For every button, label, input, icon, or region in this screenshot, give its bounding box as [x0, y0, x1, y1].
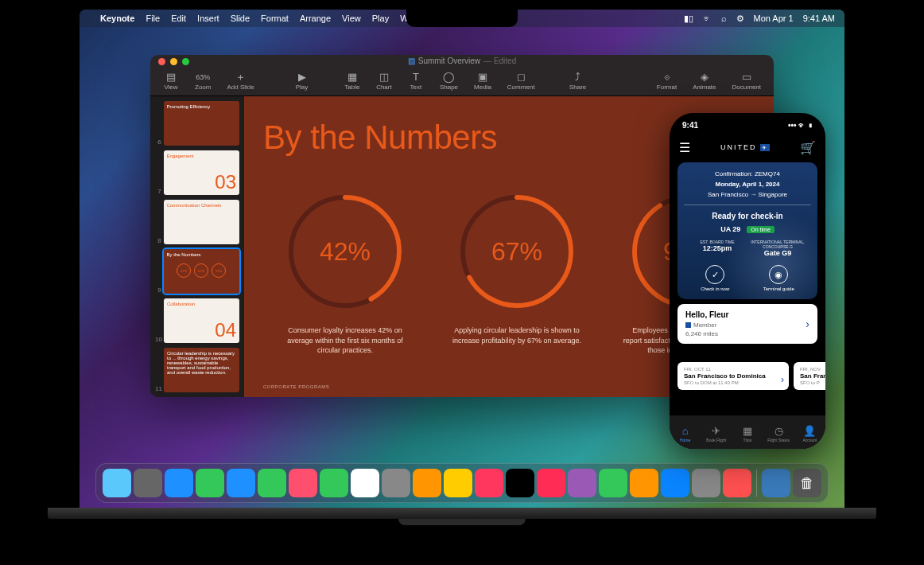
- iphone-indicators: ••• ᯤ ▮: [788, 121, 813, 130]
- fullscreen-button[interactable]: [182, 58, 189, 65]
- view-button[interactable]: ▤View: [157, 72, 185, 91]
- wifi-icon[interactable]: ᯤ: [703, 14, 712, 23]
- document-button[interactable]: ▭Document: [726, 72, 767, 91]
- control-center-icon[interactable]: ⚙: [736, 14, 744, 24]
- dock-photos[interactable]: [289, 469, 317, 497]
- terminal-guide-button[interactable]: ◉ Terminal guide: [763, 265, 794, 291]
- app-menu[interactable]: Keynote: [100, 14, 134, 23]
- media-button[interactable]: ▣Media: [468, 72, 498, 91]
- dock-pages[interactable]: [630, 469, 658, 497]
- dock-notes[interactable]: [444, 469, 472, 497]
- dock-app-store[interactable]: [661, 469, 689, 497]
- slide-thumbnail[interactable]: Promoting Efficiency: [164, 101, 239, 146]
- dock-launchpad[interactable]: [134, 469, 162, 497]
- tab-home[interactable]: ⌂Home: [670, 425, 701, 442]
- menu-slide[interactable]: Slide: [231, 14, 250, 23]
- menu-insert[interactable]: Insert: [197, 14, 219, 23]
- slide-navigator[interactable]: 6Promoting Efficiency7Engagement038Commu…: [150, 96, 244, 397]
- dock-music[interactable]: [537, 469, 565, 497]
- tab-flight-status[interactable]: ◷Flight Status: [763, 425, 794, 442]
- dock-finder[interactable]: [103, 469, 131, 497]
- united-logo: UNITED ✈: [720, 143, 770, 151]
- tab-trips[interactable]: ▦Trips: [732, 425, 763, 442]
- tab-account[interactable]: 👤Account: [794, 425, 825, 442]
- dock-numbers[interactable]: [599, 469, 627, 497]
- dock-safari[interactable]: [165, 469, 193, 497]
- hamburger-icon[interactable]: ☰: [679, 140, 690, 155]
- dock-reminders[interactable]: [413, 469, 441, 497]
- slide-thumbnail[interactable]: Collaboration04: [164, 298, 239, 343]
- dock-trash[interactable]: 🗑: [793, 469, 821, 497]
- document-status: — Edited: [483, 56, 516, 65]
- dock-podcasts[interactable]: [568, 469, 596, 497]
- minimize-button[interactable]: [170, 58, 177, 65]
- dock-iphone-mirroring[interactable]: [723, 469, 751, 497]
- status-badge: On time: [747, 226, 775, 233]
- comment-button[interactable]: ◻Comment: [501, 72, 542, 91]
- dock-mail[interactable]: [227, 469, 255, 497]
- dock-downloads[interactable]: [762, 469, 790, 497]
- flight-date: Monday, April 1, 2024: [684, 181, 811, 188]
- search-icon[interactable]: ⌕: [721, 14, 727, 23]
- menu-file[interactable]: File: [146, 14, 160, 23]
- iphone-tabbar: ⌂Home✈Book Flight▦Trips◷Flight Status👤Ac…: [670, 415, 825, 449]
- dock-messages[interactable]: [196, 469, 224, 497]
- text-button[interactable]: TText: [402, 72, 430, 91]
- iphone-mirroring-window[interactable]: 9:41 ••• ᯤ ▮ ☰ UNITED ✈ 🛒 Confirmation: …: [670, 113, 825, 449]
- window-titlebar[interactable]: ▧ Summit Overview — Edited: [150, 55, 774, 66]
- dock-facetime[interactable]: [320, 469, 348, 497]
- animate-button[interactable]: ◈Animate: [686, 72, 722, 91]
- tab-book-flight[interactable]: ✈Book Flight: [701, 425, 732, 442]
- shape-button[interactable]: ◯Shape: [433, 72, 464, 91]
- play-button[interactable]: ▶Play: [288, 72, 316, 91]
- dock-contacts[interactable]: [382, 469, 410, 497]
- trip-card[interactable]: FRI, NOVSan FranSFO to P›: [794, 362, 825, 390]
- menubar-time[interactable]: 9:41 AM: [803, 14, 835, 23]
- chart-button[interactable]: ◫Chart: [370, 72, 398, 91]
- slide-thumbnail[interactable]: By the Numbers42%67%91%: [164, 249, 239, 294]
- macos-dock: 🗑: [95, 463, 829, 503]
- close-button[interactable]: [158, 58, 165, 65]
- share-button[interactable]: ⤴Share: [563, 72, 592, 91]
- document-title: Summit Overview: [418, 56, 480, 65]
- format-button[interactable]: ⟐Format: [650, 72, 683, 91]
- trip-card[interactable]: FRI, OCT 11San Francisco to DominicaSFO …: [677, 362, 789, 390]
- slide-footer: CORPORATE PROGRAMS: [263, 384, 329, 389]
- dock-system-settings[interactable]: [692, 469, 720, 497]
- slide-thumbnail[interactable]: Circular leadership is necessary to ... …: [164, 348, 239, 392]
- battery-icon[interactable]: ▮▯: [684, 14, 693, 24]
- miles-balance: 6,246 miles: [685, 330, 809, 337]
- flight-number: UA 29: [720, 225, 740, 233]
- greeting-text: Hello, Fleur: [685, 310, 809, 319]
- stat-donut[interactable]: 67%Applying circular leadership is shown…: [451, 192, 583, 356]
- cart-icon[interactable]: 🛒: [800, 140, 816, 155]
- document-icon: ▧: [408, 56, 415, 65]
- reservation-card[interactable]: Confirmation: ZEMQ74 Monday, April 1, 20…: [677, 162, 817, 299]
- member-card[interactable]: Hello, Fleur Member 6,246 miles ›: [677, 304, 817, 344]
- zoom-control[interactable]: 63%Zoom: [188, 72, 217, 91]
- checkmark-icon: ✓: [705, 265, 724, 284]
- menu-edit[interactable]: Edit: [171, 14, 186, 23]
- dock-tv[interactable]: [506, 469, 534, 497]
- add-slide-button[interactable]: ＋Add Slide: [220, 72, 260, 91]
- menu-arrange[interactable]: Arrange: [300, 14, 331, 23]
- slide-thumbnail[interactable]: Engagement03: [164, 150, 239, 195]
- menu-play[interactable]: Play: [372, 14, 389, 23]
- checkin-status: Ready for check-in: [684, 212, 811, 220]
- dock-calendar[interactable]: [351, 469, 379, 497]
- table-button[interactable]: ▦Table: [338, 72, 367, 91]
- iphone-status-bar: 9:41 ••• ᯤ ▮: [670, 113, 825, 137]
- section-heading: Pick up where you left off: [677, 350, 817, 359]
- checkin-button[interactable]: ✓ Check in now: [701, 265, 729, 291]
- menu-format[interactable]: Format: [261, 14, 289, 23]
- slide-thumbnail[interactable]: Communication Channels: [164, 200, 239, 244]
- dock-maps[interactable]: [258, 469, 286, 497]
- member-tier: Member: [685, 321, 809, 329]
- toolbar: ▤View 63%Zoom ＋Add Slide ▶Play ▦Table ◫C…: [150, 66, 774, 96]
- stat-donut[interactable]: 42%Consumer loyalty increases 42% on ave…: [279, 192, 411, 356]
- menubar-date[interactable]: Mon Apr 1: [754, 14, 794, 23]
- dock-freeform[interactable]: [475, 469, 503, 497]
- flight-route: San Francisco → Singapore: [684, 191, 811, 205]
- iphone-time: 9:41: [682, 121, 698, 130]
- menu-view[interactable]: View: [342, 14, 361, 23]
